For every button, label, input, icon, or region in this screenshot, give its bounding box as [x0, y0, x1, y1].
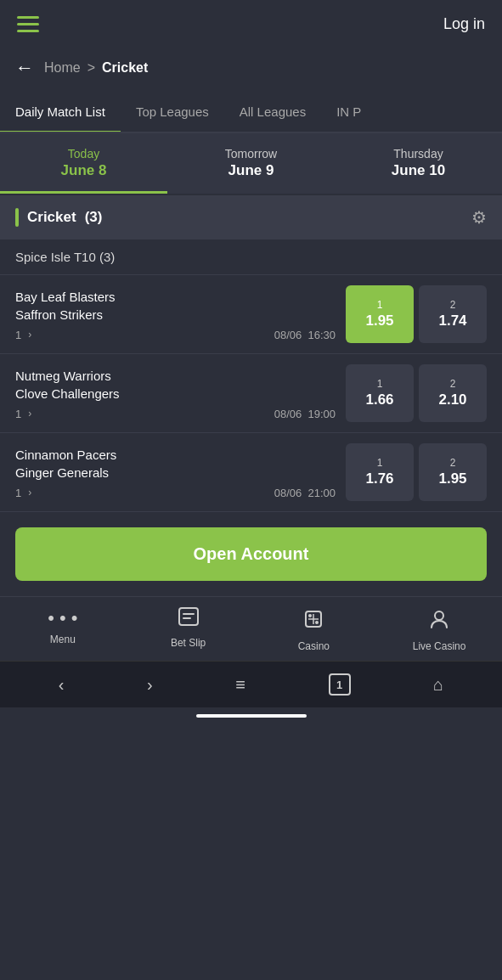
- nav-menu-label: Menu: [50, 634, 76, 645]
- match-row: Nutmeg Warriors Clove Challengers 1 › 08…: [0, 354, 502, 433]
- odds-label-1: 1: [377, 378, 383, 390]
- odds-value-1: 1.95: [365, 313, 393, 329]
- odds-button-2[interactable]: 2 1.95: [419, 443, 487, 501]
- date-thursday[interactable]: Thursday June 10: [335, 147, 502, 194]
- betslip-icon: [177, 607, 200, 633]
- match-market-count[interactable]: 1: [15, 408, 21, 420]
- breadcrumb-home[interactable]: Home: [44, 60, 81, 76]
- date-thursday-number: June 10: [335, 162, 502, 179]
- odds-value-1: 1.76: [365, 470, 393, 487]
- odds-value-1: 1.66: [365, 391, 393, 408]
- browser-forward-button[interactable]: ›: [147, 675, 153, 695]
- main-tabs: Daily Match List Top Leagues All Leagues…: [0, 93, 502, 133]
- browser-menu-button[interactable]: ≡: [235, 675, 245, 695]
- menu-icon: • • •: [48, 607, 77, 629]
- svg-rect-0: [179, 608, 198, 625]
- odds-button-1[interactable]: 1 1.66: [346, 364, 414, 422]
- date-tomorrow[interactable]: Tomorrow June 9: [167, 147, 335, 194]
- tab-inplay[interactable]: IN P: [321, 93, 376, 133]
- odds-group: 1 1.76 2 1.95: [346, 443, 487, 501]
- date-thursday-label: Thursday: [335, 147, 502, 161]
- tab-daily-match-list[interactable]: Daily Match List: [0, 93, 121, 133]
- matches-list: Bay Leaf Blasters Saffron Strikers 1 › 0…: [0, 275, 502, 512]
- odds-label-2: 2: [450, 457, 456, 469]
- match-info: Bay Leaf Blasters Saffron Strikers 1 › 0…: [15, 288, 336, 341]
- date-today-label: Today: [0, 147, 167, 161]
- odds-value-2: 2.10: [438, 391, 466, 408]
- tab-top-leagues[interactable]: Top Leagues: [121, 93, 224, 133]
- match-meta: 1 › 08/06 21:00: [15, 487, 336, 499]
- market-arrow-icon: ›: [28, 329, 31, 341]
- filter-icon[interactable]: ⚙: [471, 207, 487, 228]
- odds-button-1[interactable]: 1 1.76: [346, 443, 414, 501]
- nav-casino[interactable]: Casino: [284, 607, 343, 652]
- live-casino-icon: [427, 607, 451, 636]
- section-title-text: Cricket: [27, 209, 76, 226]
- odds-group: 1 1.66 2 2.10: [346, 364, 487, 422]
- match-row: Bay Leaf Blasters Saffron Strikers 1 › 0…: [0, 275, 502, 354]
- team2-name: Clove Challengers: [15, 385, 336, 403]
- breadcrumb: ← Home > Cricket: [0, 48, 502, 93]
- open-account-button[interactable]: Open Account: [15, 527, 487, 581]
- odds-label-1: 1: [377, 457, 383, 469]
- tab-all-leagues[interactable]: All Leagues: [224, 93, 321, 133]
- date-today[interactable]: Today June 8: [0, 147, 167, 194]
- nav-live-casino[interactable]: Live Casino: [409, 607, 469, 652]
- match-market-count[interactable]: 1: [15, 487, 21, 499]
- match-info: Nutmeg Warriors Clove Challengers 1 › 08…: [15, 367, 336, 420]
- match-time: 08/06 19:00: [274, 408, 336, 420]
- browser-back-button[interactable]: ‹: [59, 675, 65, 695]
- nav-betslip-label: Bet Slip: [171, 637, 206, 649]
- odds-value-2: 1.95: [438, 470, 466, 487]
- svg-point-3: [315, 621, 319, 624]
- svg-point-4: [435, 611, 443, 620]
- section-title: Cricket (3): [15, 208, 102, 227]
- odds-button-1[interactable]: 1 1.95: [346, 285, 414, 343]
- team2-name: Ginger Generals: [15, 464, 336, 482]
- market-arrow-icon: ›: [28, 408, 31, 420]
- green-bar-icon: [15, 208, 19, 227]
- login-button[interactable]: Log in: [443, 15, 485, 33]
- hamburger-menu[interactable]: [17, 16, 39, 32]
- odds-group: 1 1.95 2 1.74: [346, 285, 487, 343]
- back-button[interactable]: ←: [15, 57, 34, 79]
- section-count: (3): [85, 209, 103, 226]
- league-name: Spice Isle T10 (3): [0, 239, 502, 275]
- nav-live-casino-label: Live Casino: [413, 640, 466, 652]
- match-meta: 1 › 08/06 19:00: [15, 408, 336, 420]
- team1-name: Nutmeg Warriors: [15, 367, 336, 385]
- odds-label-2: 2: [450, 299, 456, 311]
- date-tomorrow-label: Tomorrow: [167, 147, 335, 161]
- breadcrumb-separator: >: [87, 60, 95, 76]
- market-arrow-icon: ›: [28, 487, 31, 498]
- browser-home-button[interactable]: ⌂: [433, 675, 443, 695]
- svg-point-2: [308, 614, 312, 617]
- match-meta: 1 › 08/06 16:30: [15, 329, 336, 341]
- browser-bar: ‹ › ≡ 1 ⌂: [0, 661, 502, 707]
- odds-button-2[interactable]: 2 1.74: [419, 285, 487, 343]
- nav-betslip[interactable]: Bet Slip: [159, 607, 218, 652]
- browser-tabs-button[interactable]: 1: [329, 673, 351, 696]
- nav-casino-label: Casino: [298, 640, 330, 652]
- odds-label-1: 1: [377, 299, 383, 311]
- section-header: Cricket (3) ⚙: [0, 195, 502, 239]
- odds-label-2: 2: [450, 378, 456, 390]
- match-info: Cinnamon Pacers Ginger Generals 1 › 08/0…: [15, 446, 336, 499]
- date-tomorrow-number: June 9: [167, 162, 335, 179]
- match-market-count[interactable]: 1: [15, 329, 21, 341]
- match-time: 08/06 21:00: [274, 487, 336, 499]
- team2-name: Saffron Strikers: [15, 306, 336, 324]
- team1-name: Bay Leaf Blasters: [15, 288, 336, 306]
- nav-menu[interactable]: • • • Menu: [33, 607, 93, 652]
- bottom-nav: • • • Menu Bet Slip Casino: [0, 596, 502, 661]
- odds-button-2[interactable]: 2 2.10: [419, 364, 487, 422]
- home-indicator: [196, 714, 307, 718]
- date-today-number: June 8: [0, 162, 167, 179]
- casino-icon: [302, 607, 325, 636]
- date-selector: Today June 8 Tomorrow June 9 Thursday Ju…: [0, 133, 502, 194]
- team1-name: Cinnamon Pacers: [15, 446, 336, 464]
- breadcrumb-current: Cricket: [102, 60, 148, 76]
- match-row: Cinnamon Pacers Ginger Generals 1 › 08/0…: [0, 433, 502, 512]
- match-time: 08/06 16:30: [274, 329, 336, 341]
- odds-value-2: 1.74: [438, 313, 466, 329]
